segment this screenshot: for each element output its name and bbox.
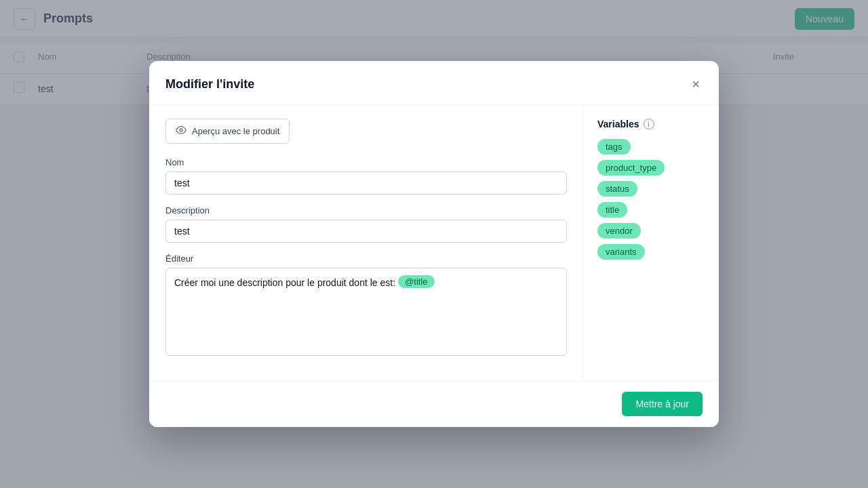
- modal-close-button[interactable]: ×: [689, 75, 703, 94]
- modal-title: Modifier l'invite: [165, 77, 254, 92]
- update-button[interactable]: Mettre à jour: [622, 392, 703, 416]
- eye-icon: [176, 125, 186, 138]
- variables-title: Variables i: [597, 119, 705, 129]
- editor-text-before: Créer moi une description pour le produi…: [174, 275, 395, 290]
- description-label: Description: [165, 205, 567, 216]
- variable-title[interactable]: title: [597, 202, 627, 218]
- nom-form-group: Nom: [165, 157, 567, 195]
- modal-main-content: Aperçu avec le produit Nom Description É…: [149, 105, 583, 380]
- modal-body: Aperçu avec le produit Nom Description É…: [149, 105, 719, 380]
- variable-vendor[interactable]: vendor: [597, 223, 641, 239]
- variable-list: tags product_type status title vendor va…: [597, 139, 705, 260]
- variable-tags[interactable]: tags: [597, 139, 631, 155]
- nom-label: Nom: [165, 157, 567, 167]
- variable-status[interactable]: status: [597, 181, 637, 197]
- description-input[interactable]: [165, 220, 567, 243]
- nom-input[interactable]: [165, 171, 567, 195]
- editeur-editor[interactable]: Créer moi une description pour le produi…: [165, 268, 567, 356]
- preview-button-label: Aperçu avec le produit: [192, 126, 279, 136]
- variables-title-text: Variables: [597, 119, 639, 129]
- variable-product-type[interactable]: product_type: [597, 160, 665, 176]
- editeur-label: Éditeur: [165, 253, 567, 264]
- variable-variants[interactable]: variants: [597, 244, 645, 260]
- editor-variable-tag[interactable]: @title: [398, 275, 434, 288]
- svg-point-0: [180, 129, 182, 131]
- modal-dialog: Modifier l'invite × Aperçu avec le produ…: [149, 61, 719, 427]
- modal-overlay: Modifier l'invite × Aperçu avec le produ…: [0, 0, 868, 488]
- editeur-form-group: Éditeur Créer moi une description pour l…: [165, 253, 567, 356]
- variables-info-icon[interactable]: i: [644, 119, 654, 129]
- variables-sidebar: Variables i tags product_type status tit…: [583, 105, 719, 380]
- modal-header: Modifier l'invite ×: [149, 61, 719, 105]
- preview-button[interactable]: Aperçu avec le produit: [165, 119, 290, 144]
- description-form-group: Description: [165, 205, 567, 243]
- modal-footer: Mettre à jour: [149, 380, 719, 427]
